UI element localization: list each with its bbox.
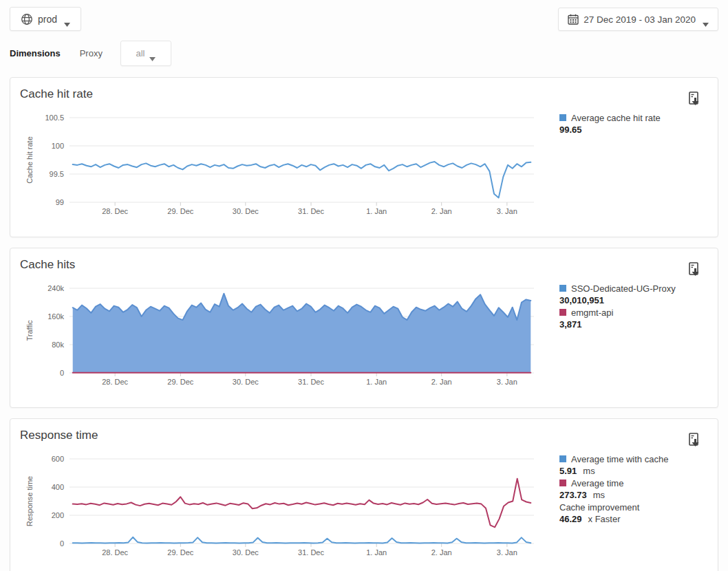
svg-text:30. Dec: 30. Dec — [233, 378, 259, 386]
svg-text:31. Dec: 31. Dec — [298, 378, 324, 386]
svg-text:29. Dec: 29. Dec — [167, 548, 193, 557]
svg-text:28. Dec: 28. Dec — [102, 207, 128, 215]
svg-text:3. Jan: 3. Jan — [497, 548, 517, 557]
legend-label: SSO-Dedicated-UG-Proxy — [571, 283, 676, 294]
export-report-icon[interactable] — [687, 433, 703, 449]
svg-text:240k: 240k — [47, 284, 64, 292]
legend-swatch — [559, 455, 566, 462]
legend-item: Average time with cache — [559, 453, 715, 465]
legend-label: Average time — [571, 477, 623, 489]
svg-text:3. Jan: 3. Jan — [497, 207, 517, 215]
calendar-icon — [568, 14, 579, 25]
svg-text:100.5: 100.5 — [45, 114, 64, 122]
svg-text:31. Dec: 31. Dec — [298, 548, 324, 557]
legend-label: Average time with cache — [571, 453, 668, 465]
environment-selector[interactable]: prod — [10, 7, 81, 31]
legend-value: 273.73ms — [559, 489, 715, 501]
legend-value: 46.29x Faster — [559, 513, 715, 525]
card-title: Response time — [20, 429, 98, 442]
response-time-chart[interactable]: 600400200028. Dec29. Dec30. Dec31. Dec1.… — [21, 453, 544, 563]
svg-text:31. Dec: 31. Dec — [298, 207, 324, 215]
legend-swatch — [559, 480, 566, 486]
legend-item: SSO-Dedicated-UG-Proxy — [559, 283, 715, 294]
date-range-label: 27 Dec 2019 - 03 Jan 2020 — [584, 14, 696, 25]
export-report-icon[interactable] — [687, 262, 703, 279]
card-title: Cache hits — [20, 258, 75, 272]
svg-text:29. Dec: 29. Dec — [167, 378, 193, 386]
svg-text:2. Jan: 2. Jan — [431, 548, 452, 557]
svg-text:28. Dec: 28. Dec — [102, 378, 128, 386]
svg-text:2. Jan: 2. Jan — [431, 378, 452, 386]
legend-swatch — [559, 309, 566, 316]
chevron-down-icon — [149, 52, 156, 56]
legend-item: Cache improvement — [559, 502, 715, 513]
svg-text:600: 600 — [52, 455, 64, 463]
chart-legend: Average time with cache5.91msAverage tim… — [559, 453, 715, 525]
chart-legend: Average cache hit rate99.65 — [559, 111, 715, 136]
svg-text:99: 99 — [56, 198, 64, 206]
legend-label: Cache improvement — [559, 502, 639, 513]
legend-value: 99.65 — [559, 124, 715, 136]
svg-text:Traffic: Traffic — [25, 320, 34, 341]
svg-text:Response time: Response time — [25, 476, 34, 526]
svg-text:0: 0 — [60, 539, 64, 548]
svg-text:29. Dec: 29. Dec — [167, 207, 193, 215]
legend-item: Average time — [559, 477, 715, 489]
svg-text:Cache hit rate: Cache hit rate — [25, 136, 34, 183]
cache-hits-card: Cache hits SSO-Dedicated-UG-Proxy30,010,… — [10, 248, 718, 408]
legend-label: Average cache hit rate — [571, 112, 661, 124]
legend-value: 30,010,951 — [559, 294, 715, 306]
svg-text:160k: 160k — [47, 312, 64, 321]
legend-value: 3,871 — [559, 319, 715, 330]
svg-text:30. Dec: 30. Dec — [233, 548, 259, 557]
svg-text:400: 400 — [52, 483, 64, 491]
cache-hit-rate-card: Cache hit rate Average cache hit rate99.… — [10, 77, 718, 237]
svg-text:28. Dec: 28. Dec — [102, 548, 128, 557]
legend-swatch — [559, 114, 566, 121]
legend-item: Average cache hit rate — [559, 112, 715, 124]
svg-text:3. Jan: 3. Jan — [497, 378, 517, 386]
proxy-filter-value: all — [136, 48, 144, 58]
response-time-card: Response time Average time with cache5.9… — [10, 418, 718, 571]
svg-text:100: 100 — [52, 142, 64, 150]
chevron-down-icon — [64, 17, 70, 21]
dimensions-bar: Dimensions Proxy all — [10, 41, 171, 66]
svg-text:200: 200 — [52, 511, 64, 519]
cache-hits-chart[interactable]: 240k160k80k028. Dec29. Dec30. Dec31. Dec… — [21, 283, 544, 393]
legend-value: 5.91ms — [559, 465, 715, 477]
date-range-picker[interactable]: 27 Dec 2019 - 03 Jan 2020 — [558, 8, 718, 31]
legend-swatch — [559, 285, 566, 292]
environment-label: prod — [38, 14, 57, 25]
cache-hit-rate-chart[interactable]: 100.510099.59928. Dec29. Dec30. Dec31. D… — [21, 112, 544, 222]
svg-text:30. Dec: 30. Dec — [233, 207, 259, 215]
svg-text:1. Jan: 1. Jan — [366, 207, 387, 215]
legend-item: emgmt-api — [559, 307, 715, 319]
export-report-icon[interactable] — [687, 91, 703, 108]
dimensions-label: Dimensions — [10, 48, 61, 58]
svg-text:2. Jan: 2. Jan — [431, 207, 452, 215]
svg-text:1. Jan: 1. Jan — [366, 548, 387, 557]
card-title: Cache hit rate — [20, 87, 93, 101]
legend-label: emgmt-api — [571, 307, 613, 319]
svg-text:99.5: 99.5 — [50, 170, 64, 178]
chart-legend: SSO-Dedicated-UG-Proxy30,010,951emgmt-ap… — [559, 282, 715, 330]
proxy-filter-dropdown[interactable]: all — [120, 41, 171, 66]
globe-icon — [21, 13, 33, 25]
dimension-name-proxy: Proxy — [80, 48, 103, 58]
svg-text:80k: 80k — [52, 341, 64, 349]
svg-text:1. Jan: 1. Jan — [366, 378, 387, 386]
chevron-down-icon — [703, 17, 709, 21]
svg-text:0: 0 — [60, 369, 64, 377]
